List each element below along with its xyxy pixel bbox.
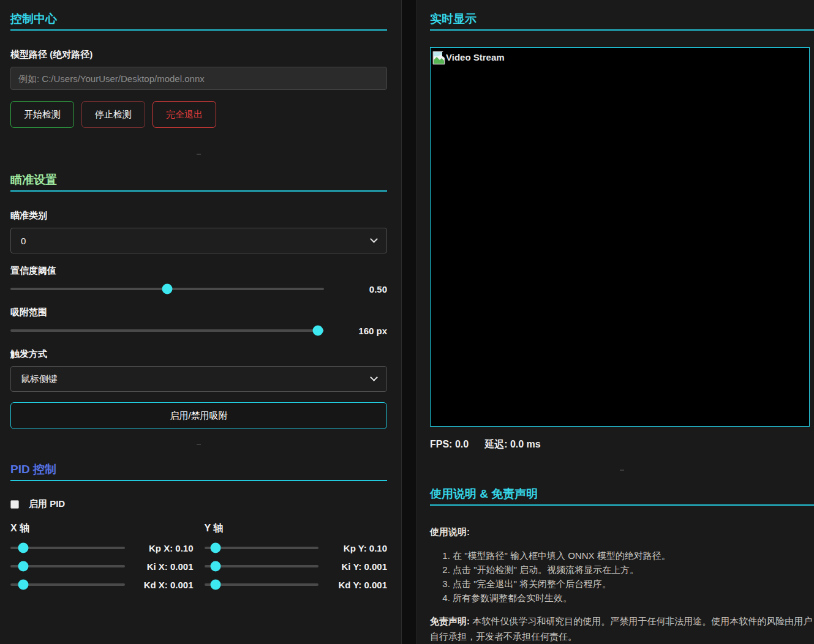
kd-y-slider-thumb[interactable] [211, 580, 221, 590]
app-window: 控制中心 模型路径 (绝对路径) 开始检测 停止检测 完全退出 瞄准设置 瞄准类… [0, 0, 814, 644]
chevron-down-icon [370, 373, 378, 381]
kd-x-row: Kd X: 0.001 [10, 579, 194, 590]
disclaimer-text: 本软件仅供学习和研究目的使用。严禁用于任何非法用途。使用本软件的风险由用户自行承… [430, 616, 812, 642]
kd-y-row: Kd Y: 0.001 [205, 579, 388, 590]
divider-dash [197, 444, 201, 445]
exit-button[interactable]: 完全退出 [153, 101, 216, 128]
confidence-value: 0.50 [324, 284, 387, 294]
aim-class-select[interactable]: 0 [10, 228, 387, 253]
confidence-label: 置信度阈值 [10, 265, 387, 276]
video-placeholder: Video Stream [432, 51, 505, 65]
usage-step: 所有参数调整都会实时生效。 [453, 593, 814, 603]
kd-x-value: Kd X: 0.001 [132, 580, 194, 590]
x-axis-label: X 轴 [10, 522, 194, 535]
stop-detection-button[interactable]: 停止检测 [81, 101, 145, 128]
enable-pid-checkbox[interactable] [10, 500, 19, 509]
aim-settings-title: 瞄准设置 [10, 173, 387, 192]
y-axis-label: Y 轴 [205, 522, 388, 535]
enable-pid-row: 启用 PID [10, 498, 387, 510]
snap-range-slider-thumb[interactable] [312, 326, 323, 336]
kp-y-slider[interactable] [205, 547, 319, 549]
model-path-label: 模型路径 (绝对路径) [10, 49, 387, 60]
usage-heading: 使用说明: [430, 526, 814, 538]
fps-value: FPS: 0.0 [430, 439, 469, 450]
ki-x-slider-thumb[interactable] [18, 561, 28, 572]
snap-range-slider-row: 160 px [10, 325, 387, 336]
usage-steps: 在 "模型路径" 输入框中填入 ONNX 模型的绝对路径。 点击 "开始检测" … [430, 550, 814, 603]
snap-range-slider[interactable] [10, 329, 324, 332]
kp-x-row: Kp X: 0.10 [10, 542, 194, 553]
start-detection-button[interactable]: 开始检测 [10, 101, 74, 128]
disclaimer-lead: 免责声明: [430, 616, 470, 626]
ki-x-value: Ki X: 0.001 [132, 561, 194, 572]
usage-step: 点击 "开始检测" 启动。视频流将显示在上方。 [453, 564, 814, 575]
aim-class-label: 瞄准类别 [10, 210, 387, 221]
kp-y-value: Kp Y: 0.10 [326, 543, 387, 553]
model-path-input[interactable] [10, 67, 387, 90]
kp-x-value: Kp X: 0.10 [132, 543, 194, 553]
divider-dash [620, 470, 624, 471]
pid-x-column: X 轴 Kp X: 0.10 Ki X: 0.001 [10, 522, 194, 590]
kp-x-slider-thumb[interactable] [18, 543, 28, 553]
kd-y-slider[interactable] [205, 583, 319, 586]
trigger-mode-label: 触发方式 [10, 348, 387, 359]
action-buttons: 开始检测 停止检测 完全退出 [10, 101, 387, 128]
broken-image-icon [432, 51, 445, 65]
kp-x-slider[interactable] [10, 547, 125, 549]
ki-y-slider-thumb[interactable] [211, 561, 221, 572]
pid-control-title: PID 控制 [10, 462, 387, 481]
trigger-mode-select[interactable]: 鼠标侧键 [10, 366, 387, 392]
video-stream: Video Stream [430, 47, 810, 427]
usage-step: 在 "模型路径" 输入框中填入 ONNX 模型的绝对路径。 [453, 550, 814, 561]
snap-range-label: 吸附范围 [10, 307, 387, 318]
kd-x-slider[interactable] [10, 583, 125, 586]
chevron-down-icon [370, 235, 378, 243]
ki-y-value: Ki Y: 0.001 [326, 561, 387, 572]
aim-class-selected-value: 0 [21, 236, 26, 246]
trigger-mode-selected-value: 鼠标侧键 [21, 373, 58, 385]
kp-y-slider-thumb[interactable] [211, 543, 221, 553]
confidence-slider-thumb[interactable] [162, 284, 173, 294]
pid-y-column: Y 轴 Kp Y: 0.10 Ki Y: 0.001 [205, 522, 388, 590]
control-panel: 控制中心 模型路径 (绝对路径) 开始检测 停止检测 完全退出 瞄准设置 瞄准类… [0, 0, 402, 644]
usage-step: 点击 "完全退出" 将关闭整个后台程序。 [453, 578, 814, 589]
control-center-title: 控制中心 [10, 12, 387, 31]
ki-y-row: Ki Y: 0.001 [205, 561, 388, 572]
instructions-title: 使用说明 & 免责声明 [430, 487, 814, 506]
display-panel: 实时显示 Video Stream FPS: 0.0 延迟: 0.0 ms 使用… [416, 0, 814, 644]
kd-x-slider-thumb[interactable] [18, 580, 28, 590]
kp-y-row: Kp Y: 0.10 [205, 542, 388, 553]
ki-y-slider[interactable] [205, 565, 319, 567]
toggle-snap-button[interactable]: 启用/禁用吸附 [10, 402, 387, 429]
snap-range-value: 160 px [324, 326, 387, 336]
latency-value: 延迟: 0.0 ms [484, 438, 541, 451]
stats-row: FPS: 0.0 延迟: 0.0 ms [430, 438, 814, 451]
video-alt-text: Video Stream [446, 51, 505, 64]
ki-x-slider[interactable] [10, 565, 125, 567]
kd-y-value: Kd Y: 0.001 [326, 580, 387, 590]
confidence-slider-row: 0.50 [10, 283, 387, 294]
pid-grid: X 轴 Kp X: 0.10 Ki X: 0.001 [10, 522, 387, 590]
divider-dash [197, 154, 201, 155]
enable-pid-label: 启用 PID [29, 498, 65, 510]
live-display-title: 实时显示 [430, 12, 814, 31]
disclaimer: 免责声明: 本软件仅供学习和研究目的使用。严禁用于任何非法用途。使用本软件的风险… [430, 613, 814, 644]
confidence-slider[interactable] [10, 288, 324, 290]
ki-x-row: Ki X: 0.001 [10, 561, 194, 572]
